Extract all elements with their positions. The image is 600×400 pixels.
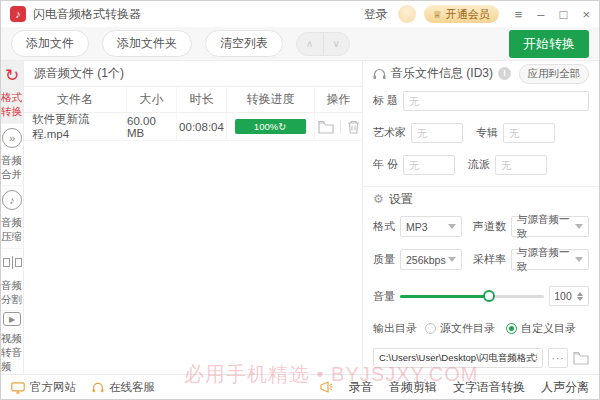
audio-split-icon [1, 252, 23, 274]
artist-field[interactable] [411, 123, 463, 143]
add-folder-button[interactable]: 添加文件夹 [102, 30, 192, 57]
sidebar-item-video-to-audio[interactable]: ▶ 视频转音频 [1, 311, 23, 374]
browse-button[interactable]: ··· [548, 348, 568, 368]
chevron-down-icon [448, 224, 456, 229]
quality-value: 256kbps [406, 254, 446, 266]
start-convert-button[interactable]: 开始转换 [509, 30, 589, 58]
slider-thumb[interactable] [483, 290, 495, 302]
online-support-link[interactable]: 在线客服 [92, 380, 155, 395]
artist-label: 艺术家 [373, 125, 406, 140]
album-field[interactable] [503, 123, 555, 143]
volume-spinner [577, 292, 583, 301]
progress-value: 100% [254, 121, 278, 132]
cell-progress: 100% ↻ [227, 113, 315, 140]
toolbar: 添加文件 添加文件夹 清空列表 ∧ ∨ 开始转换 [1, 27, 599, 61]
sidebar: ↻ 格式转换 » 音频合并 ♪ 音频压缩 音频分割 ▶ 视频转音频 [1, 61, 24, 374]
column-operation[interactable]: 操作 [315, 87, 362, 112]
spinner-up-icon[interactable] [577, 292, 583, 296]
divider [340, 120, 341, 134]
radio-label: 自定义目录 [521, 321, 576, 336]
channels-value: 与源音频一致 [517, 213, 575, 241]
id3-title: 音乐文件信息 (ID3) [391, 65, 493, 82]
samplerate-label: 采样率 [473, 252, 506, 267]
window-controls: ≡ – □ × [515, 8, 590, 21]
year-genre-row: 年 份 流派 [373, 155, 589, 175]
sidebar-item-format-convert[interactable]: ↻ 格式转换 [1, 61, 23, 124]
reorder-control: ∧ ∨ [296, 32, 350, 56]
official-website-label: 官方网站 [30, 380, 76, 395]
chevron-down-icon [448, 257, 456, 262]
open-folder-icon[interactable] [318, 120, 334, 134]
apply-all-button[interactable]: 应用到全部 [519, 64, 590, 84]
cell-filename: 软件更新流程.mp4 [24, 113, 127, 140]
volume-slider[interactable] [400, 290, 544, 302]
radio-custom-dir[interactable]: 自定义目录 [506, 321, 576, 336]
volume-label: 音量 [373, 289, 395, 304]
add-file-button[interactable]: 添加文件 [11, 30, 89, 57]
title-field-row: 标 题 [373, 91, 589, 111]
format-select[interactable]: MP3 [400, 216, 462, 237]
sidebar-item-audio-merge[interactable]: » 音频合并 [1, 124, 23, 187]
table-row[interactable]: 软件更新流程.mp4 60.00 MB 00:08:04 100% ↻ [24, 113, 362, 141]
close-icon[interactable]: × [582, 8, 590, 21]
move-down-icon[interactable]: ∨ [324, 33, 350, 55]
radio-label: 源文件目录 [440, 321, 495, 336]
genre-field[interactable] [495, 155, 547, 175]
quality-select[interactable]: 256kbps [400, 249, 462, 270]
link-audio-edit[interactable]: 音频剪辑 [389, 379, 437, 396]
column-size[interactable]: 大小 [127, 87, 177, 112]
app-title: 闪电音频格式转换器 [33, 6, 141, 23]
vip-button[interactable]: ♕ 开通会员 [424, 5, 499, 23]
samplerate-select[interactable]: 与源音频一致 [511, 249, 589, 270]
progress-bar[interactable]: 100% ↻ [235, 119, 307, 134]
spinner-down-icon[interactable] [577, 297, 583, 301]
statusbar: 官方网站 在线客服 录音 音频剪辑 文字语音转换 人声分离 [1, 374, 599, 400]
format-channels-row: 格式 MP3 声道数 与源音频一致 [373, 216, 589, 237]
sidebar-item-label: 音频分割 [1, 279, 23, 307]
right-panel: 音乐文件信息 (ID3) ! 应用到全部 标 题 艺术家 专辑 年 份 流派 [363, 61, 599, 374]
cell-operation [315, 113, 362, 140]
column-filename[interactable]: 文件名 [24, 87, 127, 112]
output-path-input[interactable] [373, 348, 543, 368]
official-website-link[interactable]: 官方网站 [11, 380, 76, 395]
samplerate-value: 与源音频一致 [517, 246, 575, 274]
column-progress[interactable]: 转换进度 [227, 87, 315, 112]
sidebar-item-audio-split[interactable]: 音频分割 [1, 249, 23, 312]
channels-select[interactable]: 与源音频一致 [511, 216, 589, 237]
crown-icon: ♕ [433, 9, 442, 20]
headphones-icon [373, 68, 386, 80]
monitor-icon [11, 382, 25, 394]
clear-list-button[interactable]: 清空列表 [205, 30, 283, 57]
minimize-icon[interactable]: – [537, 8, 544, 21]
login-link[interactable]: 登录 [364, 6, 388, 23]
link-tts[interactable]: 文字语音转换 [453, 379, 525, 396]
format-convert-icon: ↻ [1, 64, 23, 86]
format-value: MP3 [406, 221, 428, 233]
sidebar-item-label: 音频压缩 [1, 216, 23, 244]
maximize-icon[interactable]: □ [560, 8, 568, 21]
radio-source-dir[interactable]: 源文件目录 [425, 321, 495, 336]
volume-input[interactable] [550, 290, 576, 302]
slider-fill [400, 295, 489, 298]
title-label: 标 题 [373, 93, 398, 108]
link-record[interactable]: 录音 [349, 379, 373, 396]
titlebar: ♪ 闪电音频格式转换器 登录 ♕ 开通会员 ≡ – □ × [1, 1, 599, 27]
link-vocal-separation[interactable]: 人声分离 [541, 379, 589, 396]
info-icon[interactable]: ! [498, 67, 511, 80]
avatar[interactable] [398, 5, 416, 23]
table-header: 文件名 大小 时长 转换进度 操作 [24, 87, 362, 113]
quality-samplerate-row: 质量 256kbps 采样率 与源音频一致 [373, 249, 589, 270]
audio-merge-icon: » [1, 127, 23, 149]
column-duration[interactable]: 时长 [177, 87, 227, 112]
title-field[interactable] [403, 91, 589, 111]
delete-icon[interactable] [347, 120, 360, 134]
move-up-icon[interactable]: ∧ [297, 33, 324, 55]
year-field[interactable] [403, 155, 455, 175]
browse-folder-icon[interactable] [573, 351, 589, 365]
settings-section-header: ⚙ 设置 [373, 189, 589, 211]
sidebar-item-label: 视频转音频 [1, 332, 23, 374]
menu-icon[interactable]: ≡ [515, 8, 523, 21]
titlebar-right: 登录 ♕ 开通会员 ≡ – □ × [364, 5, 590, 23]
sidebar-item-audio-compress[interactable]: ♪ 音频压缩 [1, 186, 23, 249]
quality-label: 质量 [373, 252, 395, 267]
